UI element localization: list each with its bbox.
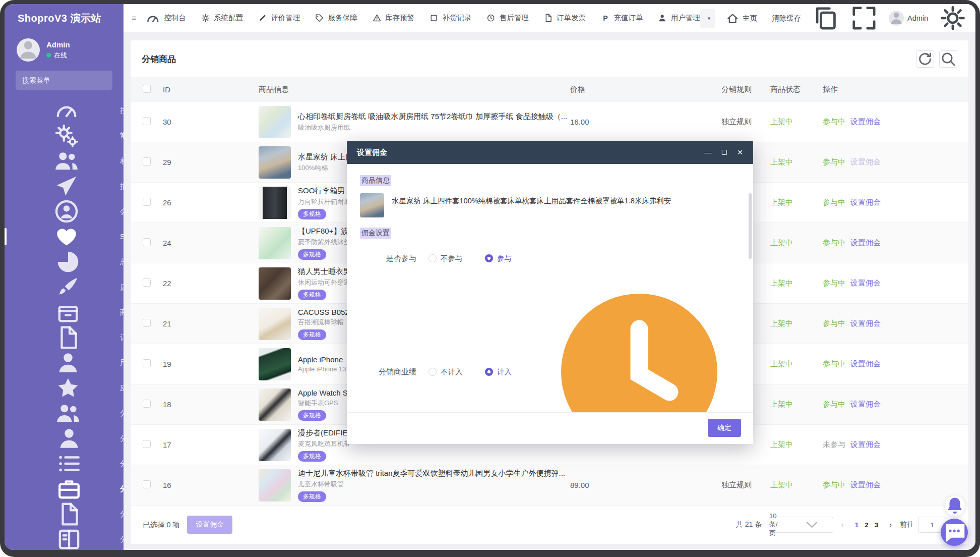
nav-item-service-guarantee[interactable]: 服务保障	[315, 13, 357, 23]
chat-bubble-button[interactable]	[941, 519, 968, 546]
nav-item-label: 订单发票	[557, 13, 586, 23]
sidebar: ShoproV3 演示站 Admin 在线 控制台hot常规管理new权限管理插…	[5, 4, 124, 550]
row-checkbox[interactable]	[143, 238, 151, 246]
sidebar-item-distribution-center[interactable]: 分销中心	[5, 401, 124, 426]
home-button[interactable]: 主页	[726, 12, 757, 24]
close-icon[interactable]: ✕	[737, 149, 743, 156]
menu-search-input[interactable]	[22, 76, 113, 84]
sidebar-item-app-center[interactable]: 应用中心	[5, 375, 124, 401]
set-commission-link[interactable]: 设置佣金	[850, 198, 881, 207]
sidebar-item-goods-management[interactable]: 商品管理	[5, 300, 124, 325]
sidebar-item-label: 插件管理	[120, 182, 124, 191]
fullscreen-button[interactable]	[850, 5, 878, 32]
set-commission-link[interactable]: 设置佣金	[850, 359, 881, 369]
nav-item-user-management[interactable]: 用户管理	[658, 13, 700, 23]
chat-icon	[941, 519, 968, 546]
bulk-set-commission-button[interactable]: 设置佣金	[187, 516, 232, 534]
nav-menu-dropdown[interactable]: ▾	[700, 9, 716, 28]
row-checkbox[interactable]	[143, 198, 151, 206]
status-badge: 上架中	[770, 157, 793, 166]
refresh-button[interactable]	[916, 50, 934, 68]
clear-cache-button[interactable]: 清除缓存	[768, 14, 802, 23]
nav-item-restock-records[interactable]: 补货记录	[430, 13, 471, 23]
row-checkbox[interactable]	[143, 359, 151, 367]
sidebar-item-shop-decoration[interactable]: 店铺装修	[5, 274, 124, 300]
set-commission-link[interactable]: 设置佣金	[850, 278, 881, 288]
sidebar-item-plugin-management[interactable]: 插件管理new	[5, 174, 124, 199]
prev-page-button[interactable]: ‹	[840, 521, 845, 529]
row-checkbox[interactable]	[143, 278, 151, 287]
settings-button[interactable]	[939, 5, 966, 32]
set-commission-link[interactable]: 设置佣金	[850, 440, 881, 450]
radio-option[interactable]: 不计入	[428, 367, 485, 377]
sidebar-item-distributor-level[interactable]: 分销商等级	[5, 451, 124, 476]
copy-button[interactable]	[812, 5, 839, 32]
set-commission-link[interactable]: 设置佣金	[850, 117, 881, 127]
page-number-1[interactable]: 1	[852, 521, 862, 529]
nav-item-system-config[interactable]: 系统配置	[201, 13, 243, 23]
minimize-icon[interactable]: —	[705, 149, 712, 156]
next-page-button[interactable]: ›	[888, 521, 893, 529]
set-commission-link[interactable]: 设置佣金	[850, 400, 881, 409]
participation-status: 参与中	[823, 480, 845, 490]
table-search-button[interactable]	[939, 50, 957, 68]
row-checkbox[interactable]	[143, 480, 151, 488]
sidebar-item-order-center[interactable]: 订单中心	[5, 325, 124, 350]
brand-logo[interactable]: ShoproV3 演示站	[5, 4, 124, 32]
sidebar-item-general-management[interactable]: 常规管理new	[5, 123, 124, 148]
list-icon	[25, 451, 113, 476]
sidebar-item-distribution-orders[interactable]: 分销订单	[5, 502, 124, 527]
product-title: 水星家纺 床上四件套100%纯棉被套床单枕套床上用品套件全棉被罩被单1.8米床弗…	[392, 193, 671, 206]
set-commission-link[interactable]: 设置佣金	[850, 480, 881, 490]
row-checkbox[interactable]	[143, 157, 151, 165]
select-all-checkbox[interactable]	[143, 85, 151, 93]
nav-item-stock-warning[interactable]: 库存预警	[373, 13, 414, 23]
product-subtitle: 吸油吸水厨房用纸	[298, 123, 567, 132]
participation-status: 参与中	[823, 117, 845, 127]
page-size-select[interactable]: 10条/页	[769, 517, 833, 533]
set-commission-link[interactable]: 设置佣金	[850, 319, 881, 328]
sidebar-item-console[interactable]: 控制台hot	[5, 98, 124, 123]
top-navbar: 控制台系统配置评价管理服务保障库存预警补货记录售后管理订单发票P充值订单用户管理…	[124, 4, 975, 32]
radio-option[interactable]: 参与	[485, 254, 541, 263]
sidebar-item-distribution-trends[interactable]: 分销动态	[5, 527, 124, 550]
sidebar-item-member-management[interactable]: 会员管理	[5, 199, 124, 224]
sidebar-item-permission-management[interactable]: 权限管理	[5, 148, 124, 174]
table-row: 30心相印卷纸厨房卷纸 吸油吸水厨房用纸 75节2卷纸巾 加厚擦手纸 食品接触级…	[131, 102, 968, 142]
avatar[interactable]	[17, 38, 40, 62]
sidebar-item-user-management[interactable]: 用户管理	[5, 350, 124, 375]
selection-count: 已选择 0 项	[143, 520, 180, 530]
status-badge: 上架中	[770, 198, 793, 206]
nav-item-order-invoice[interactable]: 订单发票	[544, 13, 586, 23]
sidebar-item-distributor[interactable]: 分销商	[5, 426, 124, 451]
nav-item-console[interactable]: 控制台	[146, 11, 186, 26]
nav-item-aftersale-management[interactable]: 售后管理	[486, 13, 528, 23]
persons-icon	[23, 401, 113, 426]
notification-bell-button[interactable]	[945, 495, 965, 516]
sidebar-item-label: 权限管理	[120, 156, 124, 166]
set-commission-link[interactable]: 设置佣金	[850, 238, 881, 248]
help-clock-icon[interactable]	[538, 271, 740, 412]
nav-item-review-management[interactable]: 评价管理	[258, 13, 300, 23]
sidebar-item-shopro-mall[interactable]: Shopro商城	[5, 224, 124, 249]
nav-item-recharge-orders[interactable]: P充值订单	[601, 13, 643, 23]
confirm-button[interactable]: 确定	[708, 419, 741, 437]
maximize-icon[interactable]: ❑	[722, 149, 727, 155]
row-checkbox[interactable]	[143, 319, 151, 327]
product-thumbnail	[259, 267, 291, 300]
page-number-3[interactable]: 3	[872, 521, 882, 529]
user-menu[interactable]: Admin	[889, 11, 928, 26]
modal-scrollbar[interactable]	[749, 193, 752, 259]
page-number-2[interactable]: 2	[862, 521, 872, 529]
sidebar-item-distribution-goods[interactable]: 分销商品	[5, 476, 124, 502]
row-checkbox[interactable]	[143, 117, 151, 125]
row-checkbox[interactable]	[143, 440, 151, 448]
radio-option[interactable]: 计入	[485, 367, 541, 377]
row-checkbox[interactable]	[143, 400, 151, 408]
radio-option[interactable]: 不参与	[428, 254, 485, 263]
sidebar-collapse-button[interactable]	[132, 16, 137, 21]
sidebar-item-overview[interactable]: 总览	[5, 249, 124, 274]
radio-icon	[428, 368, 437, 376]
set-commission-link[interactable]: 设置佣金	[850, 157, 881, 167]
nav-item-label: 补货记录	[442, 13, 471, 23]
